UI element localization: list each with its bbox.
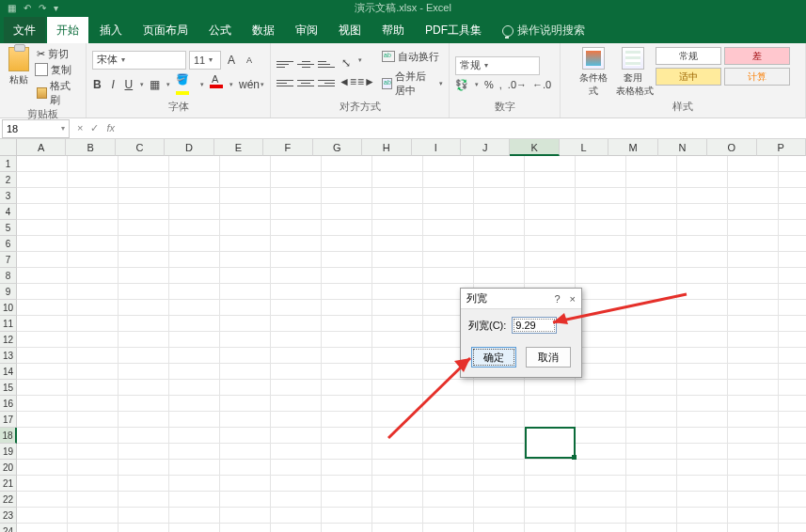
column-header-D[interactable]: D [165, 139, 213, 156]
fill-color-button[interactable]: 🪣 [176, 73, 194, 97]
tab-review[interactable]: 审阅 [286, 17, 327, 43]
style-good[interactable]: 适中 [656, 68, 721, 86]
row-header-4[interactable]: 4 [0, 204, 17, 220]
align-bottom-button[interactable] [318, 56, 335, 71]
row-headers[interactable]: 1234567891011121314151617181920212223242… [0, 156, 17, 532]
align-right-button[interactable] [318, 75, 335, 90]
conditional-format-button[interactable]: 条件格式 [577, 47, 610, 98]
style-normal[interactable]: 常规 [656, 47, 721, 65]
row-header-24[interactable]: 24 [0, 524, 17, 532]
redo-icon[interactable]: ↷ [39, 3, 46, 13]
name-box[interactable]: 18 ▾ [2, 119, 70, 138]
merge-center-button[interactable]: 合并后居中▾ [382, 70, 443, 98]
number-format-combo[interactable]: 常规▾ [455, 56, 540, 75]
border-button[interactable]: ▦ [150, 78, 160, 91]
orientation-button[interactable]: ⤡ [339, 56, 354, 71]
row-header-10[interactable]: 10 [0, 300, 17, 316]
row-header-1[interactable]: 1 [0, 156, 17, 172]
comma-button[interactable]: , [499, 79, 502, 90]
accounting-format-button[interactable]: 💱 [455, 79, 468, 91]
row-header-21[interactable]: 21 [0, 476, 17, 492]
row-header-3[interactable]: 3 [0, 188, 17, 204]
row-header-18[interactable]: 18 [0, 428, 17, 444]
dialog-close-button[interactable]: × [570, 293, 576, 305]
column-header-P[interactable]: P [757, 139, 806, 156]
increase-decimal-button[interactable]: .0→ [508, 79, 527, 90]
increase-indent-button[interactable]: ≡► [357, 75, 372, 90]
qat-more-icon[interactable]: ▾ [54, 3, 58, 13]
format-as-table-button[interactable]: 套用 表格格式 [616, 47, 650, 98]
cut-button[interactable]: ✂剪切 [37, 47, 80, 61]
font-name-combo[interactable]: 宋体▾ [92, 51, 186, 70]
column-header-B[interactable]: B [66, 139, 115, 156]
percent-button[interactable]: % [484, 79, 494, 90]
tab-insert[interactable]: 插入 [90, 17, 132, 43]
column-header-E[interactable]: E [214, 139, 263, 156]
cancel-button[interactable]: 取消 [526, 347, 571, 368]
tell-me-search[interactable]: 操作说明搜索 [493, 17, 594, 43]
row-header-15[interactable]: 15 [0, 380, 17, 396]
dialog-titlebar[interactable]: 列宽 ? × [461, 289, 581, 309]
row-header-12[interactable]: 12 [0, 332, 17, 348]
row-header-11[interactable]: 11 [0, 316, 17, 332]
enter-formula-button[interactable]: ✓ [90, 122, 99, 134]
column-header-I[interactable]: I [412, 139, 461, 156]
column-header-M[interactable]: M [608, 139, 657, 156]
italic-button[interactable]: I [108, 78, 119, 91]
row-header-17[interactable]: 17 [0, 412, 17, 428]
undo-icon[interactable]: ↶ [24, 3, 31, 13]
align-center-button[interactable] [297, 75, 314, 90]
row-header-5[interactable]: 5 [0, 220, 17, 236]
row-header-23[interactable]: 23 [0, 508, 17, 524]
underline-button[interactable]: U [123, 78, 134, 91]
row-header-22[interactable]: 22 [0, 492, 17, 508]
tab-file[interactable]: 文件 [4, 17, 45, 43]
row-header-9[interactable]: 9 [0, 284, 17, 300]
column-headers[interactable]: ABCDEFGHIJKLMNOP [17, 139, 806, 156]
tab-home[interactable]: 开始 [47, 17, 88, 43]
tab-pdf-tools[interactable]: PDF工具集 [416, 17, 491, 43]
column-header-G[interactable]: G [313, 139, 362, 156]
column-header-L[interactable]: L [560, 139, 608, 156]
bold-button[interactable]: B [92, 78, 103, 91]
row-header-7[interactable]: 7 [0, 252, 17, 268]
copy-button[interactable]: 复制 [37, 63, 80, 77]
column-header-H[interactable]: H [362, 139, 411, 156]
tab-help[interactable]: 帮助 [372, 17, 414, 43]
column-header-A[interactable]: A [17, 139, 66, 156]
row-header-13[interactable]: 13 [0, 348, 17, 364]
dialog-help-button[interactable]: ? [554, 293, 560, 305]
ok-button[interactable]: 确定 [471, 347, 516, 368]
row-header-16[interactable]: 16 [0, 396, 17, 412]
row-header-8[interactable]: 8 [0, 268, 17, 284]
phonetic-button[interactable]: wén [239, 78, 254, 91]
tab-page-layout[interactable]: 页面布局 [134, 17, 198, 43]
font-size-combo[interactable]: 11▾ [189, 51, 221, 70]
save-icon[interactable]: ▦ [8, 3, 16, 13]
cancel-formula-button[interactable]: × [77, 122, 83, 134]
paste-button[interactable]: 粘贴 [6, 47, 33, 86]
tab-view[interactable]: 视图 [329, 17, 371, 43]
row-header-20[interactable]: 20 [0, 460, 17, 476]
format-painter-button[interactable]: 格式刷 [37, 79, 80, 107]
row-header-2[interactable]: 2 [0, 172, 17, 188]
align-left-button[interactable] [277, 75, 293, 90]
select-all-corner[interactable] [0, 139, 17, 156]
column-header-J[interactable]: J [461, 139, 510, 156]
fx-icon[interactable]: fx [106, 122, 115, 134]
column-header-O[interactable]: O [707, 139, 756, 156]
decrease-font-button[interactable]: A [242, 55, 257, 65]
row-header-19[interactable]: 19 [0, 444, 17, 460]
row-header-6[interactable]: 6 [0, 236, 17, 252]
wrap-text-button[interactable]: 自动换行 [382, 50, 443, 64]
formula-input[interactable] [126, 120, 806, 137]
cell-styles-gallery[interactable]: 常规 差 适中 计算 [656, 47, 790, 86]
decrease-indent-button[interactable]: ◄≡ [339, 75, 354, 90]
worksheet-grid[interactable]: ABCDEFGHIJKLMNOP 12345678910111213141516… [0, 139, 806, 532]
align-top-button[interactable] [277, 56, 293, 71]
style-calc[interactable]: 计算 [724, 68, 790, 86]
tab-data[interactable]: 数据 [243, 17, 284, 43]
column-width-input[interactable] [512, 317, 557, 334]
column-header-N[interactable]: N [658, 139, 707, 156]
column-header-C[interactable]: C [116, 139, 165, 156]
